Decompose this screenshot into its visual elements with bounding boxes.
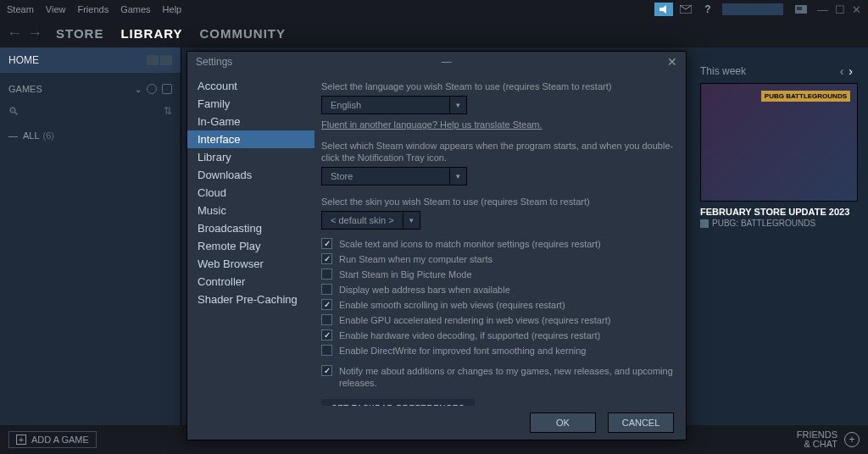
news-next-button[interactable]: › [849, 64, 858, 78]
window-minimize-button[interactable]: — [817, 3, 828, 16]
checkbox-label: Enable smooth scrolling in web views (re… [339, 299, 565, 311]
checkbox-row: Enable smooth scrolling in web views (re… [321, 299, 674, 311]
friends-chat-button[interactable]: FRIENDS & CHAT + [797, 430, 860, 449]
startup-label: Select which Steam window appears when t… [321, 140, 674, 163]
settings-category-remote-play[interactable]: Remote Play [187, 237, 314, 255]
help-icon[interactable]: ? [698, 3, 717, 16]
menu-bar: Steam View Friends Games Help ? — ☐ ✕ [0, 0, 868, 19]
checkbox-row: Start Steam in Big Picture Mode [321, 269, 674, 280]
checkbox[interactable] [321, 314, 332, 325]
news-prev-button[interactable]: ‹ [840, 64, 849, 78]
checkbox[interactable] [321, 269, 332, 280]
nav-tab-store[interactable]: STORE [56, 26, 103, 41]
settings-category-shader-pre-caching[interactable]: Shader Pre-Caching [187, 291, 314, 308]
startup-value: Store [322, 171, 449, 181]
notify-checkbox[interactable] [321, 365, 332, 376]
settings-category-web-browser[interactable]: Web Browser [187, 255, 314, 273]
checkbox[interactable] [321, 284, 332, 295]
checkbox-label: Enable GPU accelerated rendering in web … [339, 314, 610, 326]
window-close-button[interactable]: ✕ [852, 3, 861, 16]
dialog-title: Settings [196, 56, 232, 68]
dialog-footer: OK CANCEL [187, 406, 686, 440]
checkbox[interactable] [321, 253, 332, 264]
nav-forward-button[interactable]: → [27, 25, 42, 42]
news-card[interactable]: PUBG BATTLEGROUNDS [700, 83, 858, 202]
recent-icon[interactable] [147, 84, 157, 94]
checkbox-row: Run Steam when my computer starts [321, 253, 674, 265]
translate-link[interactable]: Fluent in another language? Help us tran… [321, 119, 542, 130]
settings-category-interface[interactable]: Interface [187, 130, 314, 148]
skin-value: < default skin > [322, 215, 403, 225]
settings-category-downloads[interactable]: Downloads [187, 166, 314, 184]
settings-category-controller[interactable]: Controller [187, 273, 314, 291]
settings-category-music[interactable]: Music [187, 202, 314, 219]
sidebar-home-label: HOME [8, 54, 39, 66]
play-next-icon[interactable] [162, 84, 172, 94]
settings-category-account[interactable]: Account [187, 77, 314, 95]
settings-category-cloud[interactable]: Cloud [187, 184, 314, 202]
checkbox-row: Enable hardware video decoding, if suppo… [321, 329, 674, 341]
search-icon[interactable]: 🔍︎ [8, 105, 19, 118]
news-game: PUBG: BATTLEGROUNDS [700, 219, 858, 228]
notify-label: Notify me about additions or changes to … [339, 365, 674, 389]
collapse-dash-icon: — [8, 130, 18, 141]
add-game-label: ADD A GAME [31, 435, 89, 445]
menu-view[interactable]: View [46, 4, 66, 14]
chevron-down-icon[interactable]: ▾ [403, 212, 420, 229]
chevron-down-icon: ⌄ [135, 85, 142, 94]
language-value: English [322, 100, 449, 110]
cancel-button[interactable]: CANCEL [608, 412, 674, 433]
checkbox-label: Run Steam when my computer starts [339, 253, 492, 265]
nav-tab-library[interactable]: LIBRARY [120, 26, 182, 41]
inbox-icon[interactable] [676, 3, 695, 16]
news-panel: This week ‹› PUBG BATTLEGROUNDS FEBRUARY… [700, 64, 858, 228]
menu-games[interactable]: Games [120, 4, 150, 14]
settings-category-library[interactable]: Library [187, 148, 314, 166]
taskbar-preferences-button[interactable]: SET TASKBAR PREFERENCES [321, 399, 475, 406]
ok-button[interactable]: OK [530, 412, 596, 433]
add-game-button[interactable]: + ADD A GAME [8, 431, 97, 448]
window-maximize-button[interactable]: ☐ [835, 3, 845, 16]
sidebar-all-count: (6) [43, 130, 54, 141]
sidebar-home[interactable]: HOME [0, 47, 181, 73]
checkbox[interactable] [321, 299, 332, 310]
skin-label: Select the skin you wish Steam to use (r… [321, 196, 674, 208]
news-title: FEBRUARY STORE UPDATE 2023 [700, 207, 858, 217]
menu-friends[interactable]: Friends [77, 4, 108, 14]
checkbox[interactable] [321, 329, 332, 340]
sidebar-games-header[interactable]: GAMES ⌄ [0, 78, 181, 100]
chevron-down-icon[interactable]: ▾ [449, 97, 466, 114]
svg-rect-2 [797, 7, 802, 10]
checkbox[interactable] [321, 238, 332, 249]
settings-category-family[interactable]: Family [187, 95, 314, 113]
checkbox-label: Enable hardware video decoding, if suppo… [339, 329, 600, 341]
collapse-icon[interactable] [792, 3, 810, 16]
sidebar-games-label: GAMES [8, 84, 42, 94]
menu-steam[interactable]: Steam [7, 4, 34, 14]
top-search-input[interactable] [722, 3, 783, 15]
chevron-down-icon[interactable]: ▾ [449, 168, 466, 185]
announce-icon[interactable] [654, 3, 673, 16]
friends-plus-icon: + [844, 432, 860, 447]
dialog-close-button[interactable]: ✕ [667, 55, 677, 69]
filter-icon[interactable]: ⇅ [164, 105, 172, 117]
startup-combo[interactable]: Store ▾ [321, 167, 467, 185]
sidebar-all-label: ALL [23, 130, 40, 141]
dialog-minimize-button[interactable]: — [442, 56, 452, 68]
nav-tab-community[interactable]: COMMUNITY [200, 26, 287, 41]
checkbox-row: Enable DirectWrite for improved font smo… [321, 345, 674, 357]
checkbox-label: Enable DirectWrite for improved font smo… [339, 345, 586, 357]
language-combo[interactable]: English ▾ [321, 96, 467, 114]
settings-category-list: AccountFamilyIn-GameInterfaceLibraryDown… [187, 72, 314, 406]
sidebar-all-row[interactable]: — ALL (6) [0, 125, 181, 146]
view-mode-icons[interactable] [147, 55, 172, 65]
settings-category-in-game[interactable]: In-Game [187, 113, 314, 130]
settings-category-broadcasting[interactable]: Broadcasting [187, 219, 314, 237]
checkbox-row: Enable GPU accelerated rendering in web … [321, 314, 674, 326]
nav-back-button[interactable]: ← [7, 25, 22, 42]
nav-row: ← → STORE LIBRARY COMMUNITY [0, 19, 868, 47]
menu-help[interactable]: Help [163, 4, 182, 14]
skin-combo[interactable]: < default skin > ▾ [321, 211, 420, 230]
settings-content: Select the language you wish Steam to us… [314, 72, 686, 406]
checkbox[interactable] [321, 345, 332, 356]
